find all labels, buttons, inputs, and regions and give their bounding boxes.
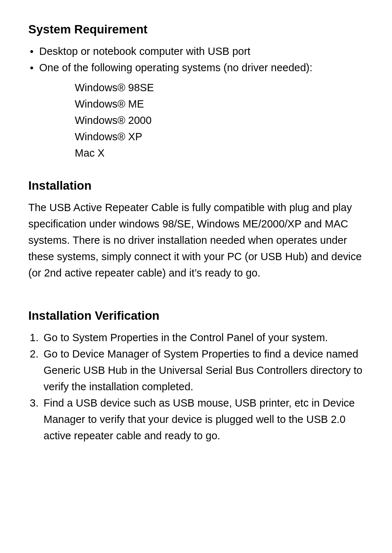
heading-installation-verification: Installation Verification [28, 308, 367, 323]
heading-installation: Installation [28, 178, 367, 193]
document-page: System Requirement Desktop or notebook c… [0, 0, 392, 473]
sysreq-bullet-list: Desktop or notebook computer with USB po… [28, 43, 367, 76]
list-item: Mac X [75, 145, 367, 161]
list-item: Windows® 2000 [75, 112, 367, 129]
list-item: One of the following operating systems (… [28, 60, 367, 76]
list-item: Windows® XP [75, 129, 367, 145]
verification-steps: Go to System Properties in the Control P… [28, 330, 367, 444]
list-item: Find a USB device such as USB mouse, USB… [28, 395, 367, 444]
heading-system-requirement: System Requirement [28, 22, 367, 37]
os-list: Windows® 98SE Windows® ME Windows® 2000 … [75, 80, 367, 161]
list-item: Go to Device Manager of System Propertie… [28, 346, 367, 395]
installation-paragraph: The USB Active Repeater Cable is fully c… [28, 199, 367, 281]
list-item: Desktop or notebook computer with USB po… [28, 43, 367, 60]
list-item: Windows® 98SE [75, 80, 367, 96]
list-item: Go to System Properties in the Control P… [28, 330, 367, 346]
list-item: Windows® ME [75, 96, 367, 112]
